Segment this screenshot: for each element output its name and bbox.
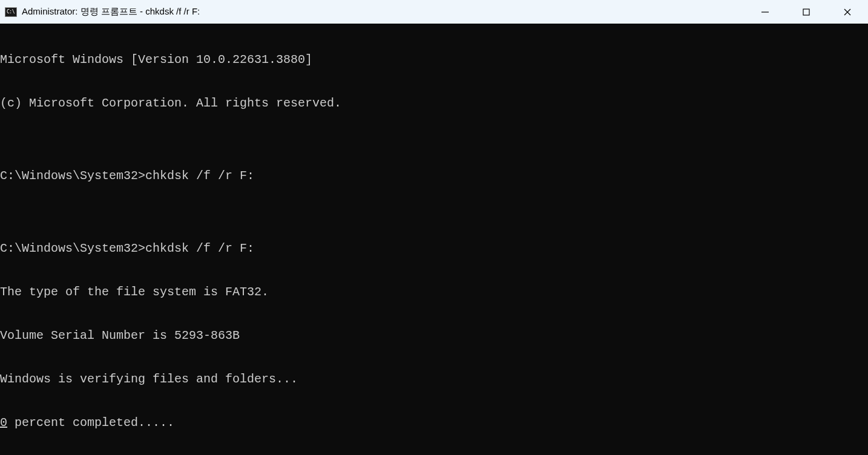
terminal-progress-line: 0 percent completed..... xyxy=(0,416,868,430)
progress-percent: 0 xyxy=(0,416,7,430)
terminal-line: Microsoft Windows [Version 10.0.22631.38… xyxy=(0,53,868,67)
terminal-line: Volume Serial Number is 5293-863B xyxy=(0,329,868,343)
terminal-line: The type of the file system is FAT32. xyxy=(0,285,868,300)
progress-text: percent completed..... xyxy=(7,416,174,430)
terminal-line: (c) Microsoft Corporation. All rights re… xyxy=(0,96,868,111)
titlebar: C:\ Administrator: 명령 프롬프트 - chkdsk /f /… xyxy=(0,0,868,24)
minimize-icon xyxy=(761,8,769,16)
close-icon xyxy=(843,8,852,16)
window-controls xyxy=(745,0,868,24)
terminal-line: C:\Windows\System32>chkdsk /f /r F: xyxy=(0,169,868,183)
maximize-icon xyxy=(802,8,810,16)
terminal-line: Windows is verifying files and folders..… xyxy=(0,372,868,387)
close-button[interactable] xyxy=(827,0,868,24)
maximize-button[interactable] xyxy=(786,0,827,24)
minimize-button[interactable] xyxy=(745,0,786,24)
cmd-icon-text: C:\ xyxy=(7,9,15,15)
window-title: Administrator: 명령 프롬프트 - chkdsk /f /r F: xyxy=(22,6,740,18)
terminal-line: C:\Windows\System32>chkdsk /f /r F: xyxy=(0,241,868,256)
svg-rect-1 xyxy=(803,9,809,15)
cmd-icon: C:\ xyxy=(5,7,17,17)
terminal-output[interactable]: Microsoft Windows [Version 10.0.22631.38… xyxy=(0,24,868,455)
